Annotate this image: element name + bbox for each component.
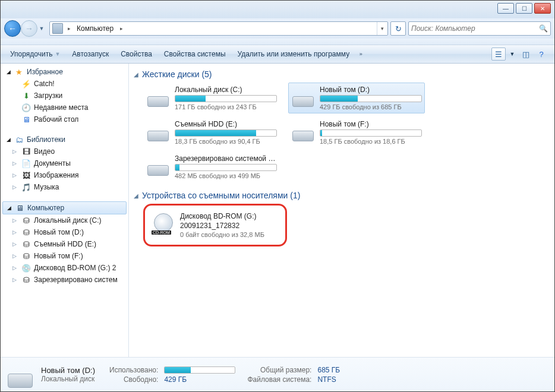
chevron-right-icon[interactable]: ▷ — [12, 160, 20, 166]
sidebar-item-drive-g[interactable]: ▷💿Дисковод BD-ROM (G:) 2 — [1, 262, 128, 274]
chevron-down-icon[interactable]: ◢ — [134, 71, 138, 78]
sidebar-item-drive-d[interactable]: ▷⛁Новый том (D:) — [1, 226, 128, 238]
breadcrumb-segment[interactable]: Компьютер — [73, 22, 118, 35]
sidebar-item-recent[interactable]: 🕘Недавние места — [1, 102, 128, 113]
search-box[interactable]: 🔍 — [408, 21, 551, 36]
usage-bar — [175, 95, 277, 102]
sidebar-group-label: Избранное — [27, 68, 63, 76]
chevron-down-icon[interactable]: ◢ — [7, 205, 14, 211]
disc-icon: 💿 — [21, 263, 31, 273]
drive-item-f[interactable]: Новый том (F:)18,5 ГБ свободно из 18,6 Г… — [288, 117, 425, 148]
drive-item-g[interactable]: CD-ROM Дисковод BD-ROM (G:) 20091231_172… — [149, 209, 282, 241]
details-total-value: 685 ГБ — [317, 366, 340, 374]
library-icon: 🗂 — [14, 135, 24, 144]
chevron-right-icon[interactable]: ▷ — [12, 229, 20, 235]
sidebar-item-documents[interactable]: ▷📄Документы — [1, 157, 128, 169]
menu-strip — [1, 39, 554, 45]
chevron-right-icon[interactable]: ▷ — [12, 184, 20, 190]
chevron-right-icon[interactable]: ▷ — [12, 265, 20, 271]
search-input[interactable] — [411, 24, 539, 33]
sidebar-item-videos[interactable]: ▷🎞Видео — [1, 146, 128, 157]
details-fs-value: NTFS — [317, 375, 340, 384]
picture-icon: 🖼 — [21, 170, 31, 180]
titlebar: — ☐ ✕ — [1, 1, 554, 18]
details-free-value: 429 ГБ — [164, 375, 235, 384]
sidebar-item-pictures[interactable]: ▷🖼Изображения — [1, 169, 128, 181]
drive-name: Локальный диск (C:) — [175, 86, 277, 94]
search-icon[interactable]: 🔍 — [539, 24, 548, 33]
drive-icon: ⛁ — [21, 251, 31, 261]
section-hdd-header[interactable]: ◢ Жесткие диски (5) — [133, 67, 548, 83]
sidebar-group-label: Компьютер — [27, 204, 64, 212]
preview-pane-button[interactable]: ◫ — [519, 48, 533, 61]
drive-subtext: 18,3 ГБ свободно из 90,4 ГБ — [175, 138, 277, 145]
close-button[interactable]: ✕ — [534, 3, 551, 14]
sidebar-item-downloads[interactable]: ⬇Загрузки — [1, 90, 128, 102]
details-title: Новый том (D:) — [41, 366, 95, 375]
drive-icon — [291, 86, 315, 107]
details-fs-label: Файловая система: — [247, 375, 311, 384]
drive-item-z[interactable]: Зарезервировано системой (Z:)482 МБ своб… — [143, 151, 280, 182]
details-used-bar — [164, 366, 235, 374]
forward-button[interactable]: → — [21, 20, 37, 37]
sidebar-favorites-header[interactable]: ◢ ★ Избранное — [1, 66, 128, 78]
drive-name: Новый том (D:) — [320, 86, 422, 94]
chevron-down-icon[interactable]: ◢ — [134, 192, 138, 199]
nav-history-dropdown[interactable]: ▼ — [37, 20, 46, 37]
breadcrumb-arrow-icon[interactable]: ▸ — [118, 26, 125, 31]
section-label: Устройства со съемными носителями (1) — [142, 191, 300, 200]
drive-icon — [291, 120, 315, 141]
view-mode-button[interactable]: ☰ — [491, 48, 506, 61]
toolbar: Упорядочить ▼ Автозапуск Свойства Свойст… — [1, 45, 554, 64]
breadcrumb-arrow-icon[interactable]: ▸ — [65, 26, 73, 31]
address-bar[interactable]: ▸ Компьютер ▸ ▾ — [49, 21, 388, 36]
sidebar-item-desktop[interactable]: 🖥Рабочий стол — [1, 113, 128, 125]
chevron-right-icon[interactable]: ▷ — [12, 217, 20, 223]
chevron-down-icon[interactable]: ◢ — [7, 137, 14, 143]
sidebar-item-drive-c[interactable]: ▷⛁Локальный диск (C:) — [1, 214, 128, 226]
back-button[interactable]: ← — [4, 20, 21, 37]
details-free-label: Свободно: — [109, 375, 158, 384]
autoplay-button[interactable]: Автозапуск — [66, 45, 115, 63]
drive-item-e[interactable]: Съемный HDD (E:)18,3 ГБ свободно из 90,4… — [143, 117, 280, 148]
uninstall-button[interactable]: Удалить или изменить программу — [232, 45, 356, 63]
chevron-right-icon[interactable]: ▷ — [12, 172, 20, 178]
sidebar-item-catch[interactable]: ⚡Catch! — [1, 78, 128, 90]
cdrom-badge: CD-ROM — [152, 230, 171, 235]
drive-subtext: 429 ГБ свободно из 685 ГБ — [320, 103, 422, 110]
sidebar-item-drive-f[interactable]: ▷⛁Новый том (F:) — [1, 250, 128, 262]
chevron-right-icon[interactable]: ▷ — [12, 277, 20, 283]
help-button[interactable]: ? — [534, 48, 548, 61]
computer-icon: 🖥 — [14, 203, 25, 213]
system-properties-button[interactable]: Свойства системы — [158, 45, 232, 63]
sidebar-item-music[interactable]: ▷🎵Музыка — [1, 181, 128, 193]
drive-name: Зарезервировано системой (Z:) — [175, 154, 277, 163]
drive-subtext: 482 МБ свободно из 499 МБ — [175, 172, 277, 179]
drive-name: Съемный HDD (E:) — [175, 120, 277, 128]
sidebar-libraries-header[interactable]: ◢ 🗂 Библиотеки — [1, 134, 128, 146]
details-used-label: Использовано: — [109, 366, 158, 374]
sidebar-item-drive-z[interactable]: ▷⛁Зарезервировано систем — [1, 274, 128, 286]
section-removable-header[interactable]: ◢ Устройства со съемными носителями (1) — [133, 188, 548, 204]
drive-icon: ⛁ — [21, 239, 31, 249]
drive-item-d[interactable]: Новый том (D:)429 ГБ свободно из 685 ГБ — [288, 83, 425, 113]
drive-subtext: 171 ГБ свободно из 243 ГБ — [175, 103, 277, 110]
chevron-right-icon[interactable]: ▷ — [12, 253, 20, 259]
view-mode-dropdown[interactable]: ▼ — [507, 51, 518, 57]
computer-icon — [52, 23, 63, 34]
usage-bar — [175, 129, 277, 137]
chevron-down-icon[interactable]: ◢ — [7, 69, 14, 75]
properties-button[interactable]: Свойства — [115, 45, 158, 63]
maximize-button[interactable]: ☐ — [516, 3, 532, 14]
sidebar-item-drive-e[interactable]: ▷⛁Съемный HDD (E:) — [1, 238, 128, 250]
sidebar-computer-header[interactable]: ◢ 🖥 Компьютер — [2, 201, 127, 214]
minimize-button[interactable]: — — [497, 3, 514, 14]
organize-button[interactable]: Упорядочить ▼ — [4, 45, 66, 63]
refresh-button[interactable]: ↻ — [390, 21, 406, 36]
toolbar-overflow[interactable]: » — [355, 51, 366, 57]
chevron-right-icon[interactable]: ▷ — [12, 148, 20, 154]
address-dropdown[interactable]: ▾ — [377, 22, 387, 35]
drive-item-c[interactable]: Локальный диск (C:)171 ГБ свободно из 24… — [143, 83, 280, 113]
drive-icon — [146, 120, 170, 141]
chevron-right-icon[interactable]: ▷ — [12, 241, 20, 247]
